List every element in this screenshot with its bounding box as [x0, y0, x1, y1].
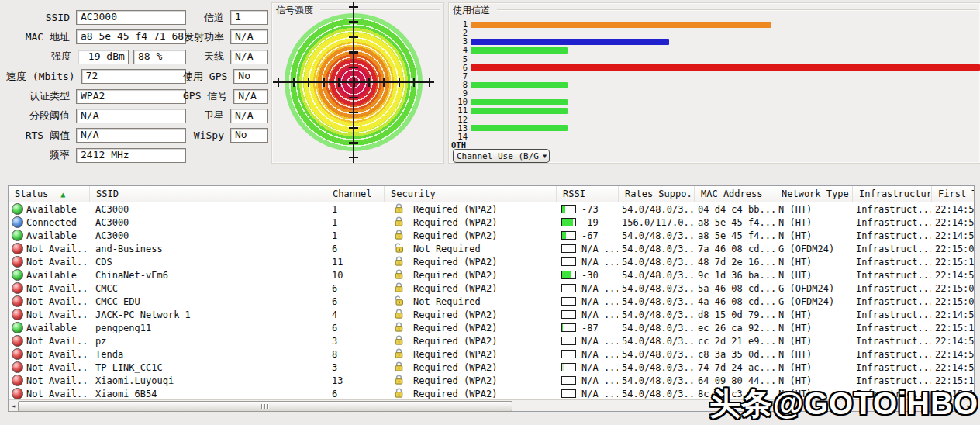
field-value[interactable]: N/A [230, 50, 268, 64]
channel-cell: 6 [326, 387, 384, 400]
table-row[interactable]: Not Avail...and-Business6Not RequiredN/A… [9, 242, 974, 255]
status-red-icon [12, 375, 23, 386]
field-value[interactable]: N/A [76, 128, 186, 143]
field-value[interactable]: N/A [230, 29, 268, 44]
table-row[interactable]: Not Avail...CDS11Required (WPA2)N/A ...5… [9, 255, 974, 268]
field-label: 天线 [183, 50, 230, 64]
status-blue-icon [12, 216, 23, 228]
rssi-value: N/A ... [581, 244, 618, 254]
status-red-icon [12, 335, 23, 347]
column-header-status[interactable]: Status▲ [9, 186, 89, 202]
table-row[interactable]: AvailableAC30001Required (WPA2)-6754.0/4… [9, 229, 974, 242]
field-value[interactable]: N/A [230, 109, 268, 123]
field-value[interactable]: 72 [81, 69, 186, 84]
column-header-rates-suppo[interactable]: Rates Suppo... [618, 186, 694, 202]
column-header-label: Channel [333, 188, 372, 199]
channel-cell: 6 [326, 295, 384, 308]
table-row[interactable]: Not Avail...TP-LINK_CC1C3Required (WPA2)… [9, 361, 974, 374]
field-value[interactable]: -19 dBm [78, 50, 129, 64]
panel-divider [320, 9, 440, 11]
rssi-value: -67 [581, 230, 599, 241]
rates-cell: 54.0/48.0/3... [618, 268, 694, 282]
field-value[interactable]: No [233, 69, 268, 84]
status-red-icon [12, 361, 23, 373]
column-header-network-type[interactable]: Network Type [775, 186, 852, 202]
channel-use-dropdown[interactable]: Channel Use (B/G ▼ [453, 149, 550, 163]
column-header-first-tim[interactable]: First Tim... [931, 186, 974, 202]
field-value[interactable]: WPA2 [76, 89, 186, 104]
ssid-cell: Xiaomi.Luyouqi [89, 374, 326, 387]
wifi-scanner-window: SSIDAC3000MAC 地址a8 5e 45 f4 71 68强度-19 d… [0, 0, 980, 425]
channel-bar-track [471, 55, 980, 64]
column-header-label: MAC Address [701, 188, 762, 199]
scrollbar-grip-icon [261, 404, 269, 409]
details-panel-left: SSIDAC3000MAC 地址a8 5e 45 f4 71 68强度-19 d… [6, 10, 186, 163]
detail-field-row: SSIDAC3000 [6, 10, 186, 25]
channel-row: 1 [450, 20, 980, 29]
locked-padlock-icon [394, 230, 404, 242]
rates-cell: 54.0/48.0/3... [618, 334, 694, 347]
column-header-ssid[interactable]: SSID [89, 186, 326, 202]
field-label: 信道 [183, 11, 230, 25]
field-value[interactable]: a8 5e 45 f4 71 68 [76, 29, 186, 44]
channel-label: 2 [450, 29, 471, 37]
table-row[interactable]: Not Avail...CMCC6Required (WPA2)N/A ...5… [9, 282, 974, 295]
table-row[interactable]: Not Avail...pz3Required (WPA2)N/A ...54.… [9, 334, 974, 347]
table-row[interactable]: AvailableChinaNet-vEm610Required (WPA2)-… [9, 268, 974, 282]
column-header-channel[interactable]: Channel [326, 186, 384, 202]
detail-field-row: GPS 信号N/A [183, 89, 268, 104]
column-header-infrastructure[interactable]: Infrastructure [852, 186, 931, 202]
channel-row: 5 [450, 55, 980, 64]
status-text: Not Avail... [26, 375, 89, 386]
security-text: Required (WPA2) [413, 270, 497, 281]
status-red-icon [12, 243, 23, 254]
channel-bar-track [471, 64, 980, 72]
scrollbar-thumb[interactable] [18, 401, 512, 412]
mac-address-cell: c8 3a 35 0d... [694, 347, 775, 361]
ssid-cell: ChinaNet-vEm6 [89, 268, 326, 282]
network-type-cell: N (HT) [775, 361, 852, 374]
status-text: Not Avail... [26, 283, 89, 294]
field-value[interactable]: 1 [230, 10, 268, 25]
channel-cell: 13 [326, 374, 384, 387]
infrastructure-cell: Infrastruct... [852, 216, 931, 229]
status-text: Not Avail... [26, 244, 89, 254]
infrastructure-cell: Infrastruct... [852, 229, 931, 242]
status-text: Not Avail... [26, 296, 89, 307]
field-value[interactable]: N/A [233, 89, 268, 104]
channel-bar [471, 39, 669, 45]
table-row[interactable]: AvailableAC30001Required (WPA2)-7354.0/4… [9, 202, 974, 216]
field-value-secondary[interactable]: 88 % [133, 50, 186, 64]
network-type-cell: N (HT) [775, 255, 852, 268]
rates-cell: 54.0/48.0/3... [618, 255, 694, 268]
security-text: Required (WPA2) [413, 375, 497, 386]
table-row[interactable]: ConnectedAC30001Required (WPA2)-19156.0/… [9, 216, 974, 229]
field-label: 认证类型 [6, 89, 76, 103]
status-red-icon [12, 309, 23, 320]
rssi-value: -30 [581, 270, 599, 281]
signal-strength-title: 信号强度 [276, 4, 313, 17]
column-header-rssi[interactable]: RSSI [556, 186, 618, 202]
field-value[interactable]: 2412 MHz [76, 148, 186, 163]
field-value[interactable]: AC3000 [76, 10, 186, 25]
rssi-value: N/A ... [581, 389, 618, 399]
table-row[interactable]: Availablepengpeng116Required (WPA2)-8754… [9, 321, 974, 334]
infrastructure-cell: Infrastruct... [852, 321, 931, 334]
rssi-bar-icon [561, 350, 576, 358]
mac-address-cell: 5a 46 08 cd... [694, 282, 775, 295]
column-header-mac-address[interactable]: MAC Address [694, 186, 775, 202]
channel-bar [471, 82, 568, 88]
detail-field-row: 认证类型WPA2 [6, 89, 186, 104]
table-row[interactable]: Not Avail...CMCC-EDU6Not RequiredN/A ...… [9, 295, 974, 308]
status-text: Not Avail... [26, 389, 89, 399]
network-type-cell: N (HT) [775, 216, 852, 229]
channel-bar-track [471, 29, 980, 37]
field-label: 速度 (Mbits) [6, 70, 81, 84]
column-header-security[interactable]: Security [384, 186, 556, 202]
scroll-left-arrow-icon[interactable]: ◄ [9, 400, 18, 411]
field-value[interactable]: No [230, 128, 268, 143]
field-value[interactable]: N/A [76, 109, 186, 123]
table-row[interactable]: Not Avail...JACK-PC_Network_14Required (… [9, 308, 974, 321]
table-row[interactable]: Not Avail...Tenda8Required (WPA2)N/A ...… [9, 347, 974, 361]
status-text: Connected [26, 217, 77, 228]
